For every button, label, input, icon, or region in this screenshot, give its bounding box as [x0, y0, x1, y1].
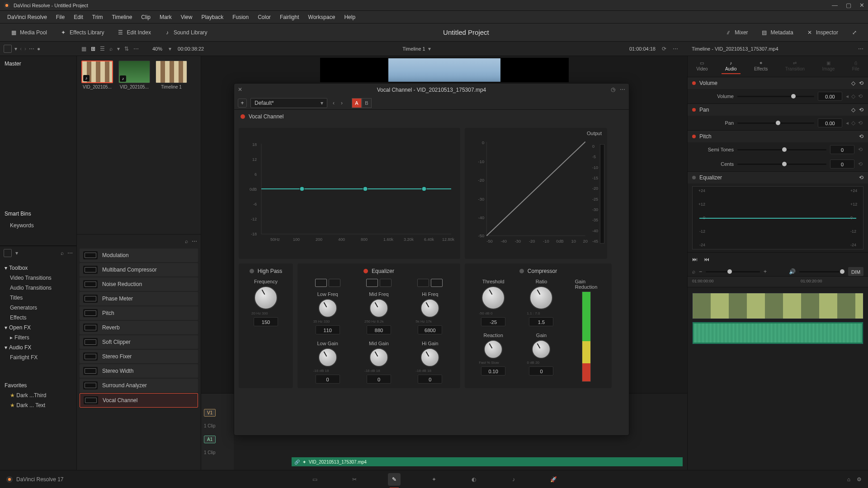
ws-color[interactable]: ◐: [467, 473, 480, 486]
eq-graph[interactable]: 18 12 6 0dB -6 -12 -18 50Hz 100 200: [239, 128, 460, 259]
pitch-section-header[interactable]: Pitch⟲: [688, 131, 868, 142]
inspector-timeline[interactable]: 01:00:00:00 01:00:20:00: [688, 276, 868, 470]
hi-freq-knob[interactable]: [420, 299, 439, 318]
threshold-knob[interactable]: [481, 286, 505, 310]
highpass-freq-knob[interactable]: [254, 286, 278, 310]
tree-generators[interactable]: Generators: [5, 303, 72, 313]
more-media-icon[interactable]: ⋯: [133, 46, 139, 52]
eq-section-header[interactable]: Equalizer⟲: [688, 172, 868, 183]
panel-close-icon[interactable]: ✕: [238, 86, 242, 93]
reaction-knob[interactable]: [484, 340, 503, 359]
home-icon[interactable]: ⌂: [847, 476, 850, 483]
tree-titles[interactable]: Titles: [5, 293, 72, 303]
ws-edit[interactable]: ✎: [388, 473, 401, 486]
fx-item-vocal-channel[interactable]: Vocal Channel: [80, 393, 198, 408]
hi-gain-knob[interactable]: [420, 348, 439, 367]
menu-playback[interactable]: Playback: [197, 14, 228, 20]
tree-filters[interactable]: ▸Filters: [5, 333, 72, 343]
low-freq-knob[interactable]: [318, 299, 337, 318]
media-thumb-2[interactable]: Timeline 1: [156, 61, 187, 89]
sort-icon[interactable]: ⇅: [124, 46, 129, 52]
menu-mark[interactable]: Mark: [155, 14, 176, 20]
sort-chevron-icon[interactable]: ▾: [117, 46, 120, 52]
tree-video-transitions[interactable]: Video Transitions: [5, 273, 72, 283]
ws-media[interactable]: ▭: [308, 473, 321, 486]
keyframe-icon[interactable]: ◇: [851, 80, 855, 86]
tab-audio[interactable]: ♪Audio: [722, 59, 741, 74]
preset-next[interactable]: ›: [339, 100, 344, 106]
menu-edit[interactable]: Edit: [69, 14, 88, 20]
bin-view-icon[interactable]: [4, 45, 12, 53]
ws-fairlight[interactable]: ♪: [507, 473, 520, 486]
kf-reset-icon[interactable]: ⟲: [858, 120, 863, 126]
mixer-toggle[interactable]: ⫽ Mixer: [720, 27, 752, 38]
preset-add-button[interactable]: +: [238, 99, 247, 108]
video-clip[interactable]: [692, 293, 863, 319]
fx-item-pitch[interactable]: Pitch: [80, 306, 198, 320]
tree-fairlightfx[interactable]: Fairlight FX: [5, 352, 72, 362]
threshold-value[interactable]: -25: [481, 317, 505, 326]
fx-item-stereo-width[interactable]: Stereo Width: [80, 364, 198, 378]
menu-clip[interactable]: Clip: [137, 14, 155, 20]
fx-item-multiband[interactable]: Multiband Compressor: [80, 263, 198, 277]
ratio-knob[interactable]: [529, 286, 553, 310]
mid-bell-btn[interactable]: [366, 279, 378, 287]
inspector-toggle[interactable]: ✕ Inspector: [802, 27, 843, 38]
semitones-slider[interactable]: [737, 149, 826, 150]
hi-freq-value[interactable]: 6800: [418, 325, 442, 334]
tab-video[interactable]: ▭Video: [693, 59, 711, 74]
reaction-value[interactable]: 0.10: [481, 366, 505, 375]
semitones-value[interactable]: 0: [830, 145, 854, 154]
inspector-more-icon[interactable]: ⋯: [858, 46, 863, 52]
menu-color[interactable]: Color: [253, 14, 275, 20]
zoom-chevron-icon[interactable]: ▾: [169, 46, 171, 52]
nav-prev[interactable]: ‹: [20, 46, 22, 52]
media-thumb-0[interactable]: ♪ VID_202105...: [81, 61, 113, 89]
cents-value[interactable]: 0: [830, 160, 854, 169]
mid-freq-value[interactable]: 880: [367, 325, 391, 334]
gear-icon[interactable]: ⚙: [857, 476, 862, 483]
kf-prev-icon[interactable]: ◂: [846, 120, 849, 126]
dim-button[interactable]: DIM: [848, 267, 863, 276]
tab-effects[interactable]: ✦Effects: [750, 59, 771, 74]
zoom-percent[interactable]: 40%: [152, 46, 162, 52]
compressor-toggle[interactable]: [519, 269, 524, 273]
hi-bell-btn[interactable]: [417, 279, 429, 287]
skip-start-icon[interactable]: ⏮: [704, 256, 711, 263]
fav-item-1[interactable]: ★ Dark ... Text: [5, 400, 72, 410]
ratio-value[interactable]: 1.5: [529, 317, 553, 326]
fx-item-noise-reduction[interactable]: Noise Reduction: [80, 277, 198, 291]
track-a1-badge[interactable]: A1: [204, 436, 216, 443]
audio-clip[interactable]: [692, 322, 863, 344]
skip-next-icon[interactable]: ⏭: [692, 256, 699, 263]
toolbox-header[interactable]: ▾Toolbox: [5, 263, 72, 273]
menu-davinci[interactable]: DaVinci Resolve: [3, 14, 52, 20]
fxlist-search-icon[interactable]: ⌕: [185, 238, 188, 244]
ws-deliver[interactable]: 🚀: [547, 473, 560, 486]
highpass-freq-value[interactable]: 150: [254, 317, 278, 326]
kf-reset-icon[interactable]: ⟲: [858, 161, 863, 167]
reset-icon[interactable]: ⟲: [859, 174, 863, 181]
kf-reset-icon[interactable]: ⟲: [858, 93, 863, 99]
volume-master-slider[interactable]: [799, 271, 844, 272]
track-v1-badge[interactable]: V1: [204, 409, 216, 417]
zoom-slider[interactable]: [706, 271, 760, 272]
grid-view-icon[interactable]: ⊞: [91, 46, 95, 52]
hi-gain-value[interactable]: 0: [418, 375, 442, 384]
minimize-button[interactable]: —: [832, 2, 838, 9]
kf-add-icon[interactable]: ◇: [851, 120, 855, 126]
low-shelf-btn[interactable]: [315, 279, 327, 287]
fx-more-icon[interactable]: ⋯: [67, 250, 73, 256]
low-gain-knob[interactable]: [318, 348, 337, 367]
cents-slider[interactable]: [737, 164, 826, 165]
chevron-down-icon[interactable]: ▾: [14, 46, 17, 52]
zoom-in-icon[interactable]: +: [764, 268, 767, 275]
comp-gain-knob[interactable]: [532, 340, 551, 359]
mid-notch-btn[interactable]: [380, 279, 392, 287]
timeline-audio-clip[interactable]: 🔗 ✦ VID_20210513_175307.mp4: [292, 457, 683, 466]
fx-item-soft-clipper[interactable]: Soft Clipper: [80, 335, 198, 349]
fx-search-icon[interactable]: ⌕: [61, 250, 64, 256]
smartbins-header[interactable]: Smart Bins: [5, 209, 72, 221]
effectslib-toggle[interactable]: ✦ Effects Library: [55, 27, 108, 38]
volume-slider[interactable]: [737, 96, 814, 97]
